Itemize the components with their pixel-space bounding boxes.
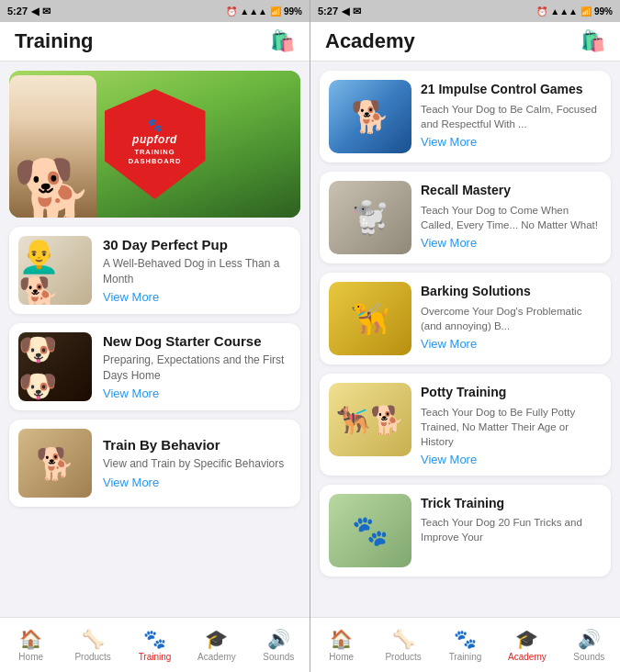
bottom-nav-right: 🏠 Home 🦴 Products 🐾 Training 🎓 Academy 🔊…: [310, 617, 620, 672]
nav-academy-left[interactable]: 🎓 Academy: [186, 624, 247, 666]
course-desc-behavior: View and Train by Specific Behaviors: [103, 456, 291, 472]
training-header: Training 🛍️: [0, 22, 310, 62]
nav-products-left[interactable]: 🦴 Products: [62, 624, 123, 666]
academy-thumb-trick: 🐾: [329, 494, 411, 567]
signal-icon: ▲▲▲: [240, 6, 267, 17]
view-more-30day[interactable]: View More: [103, 290, 291, 304]
view-more-behavior[interactable]: View More: [103, 476, 291, 489]
training-icon-right: 🐾: [454, 628, 477, 650]
academy-title-recall: Recall Mastery: [421, 183, 602, 199]
shield-line1: TRAININGDASHBOARD: [129, 148, 182, 167]
sounds-icon-right: 🔊: [578, 628, 601, 650]
training-icon-left: 🐾: [143, 628, 166, 650]
course-title-behavior: Train By Behavior: [103, 437, 291, 454]
signal-icon-right: ▲▲▲: [550, 6, 578, 17]
shield-paw-icon: 🐾: [147, 118, 163, 132]
academy-card-potty[interactable]: 🐕‍🦺🐕 Potty Training Teach Your Dog to Be…: [320, 374, 611, 476]
academy-title-impulse: 21 Impulse Control Games: [421, 82, 602, 98]
academy-icon-right: 🎓: [515, 628, 538, 650]
course-desc-newdog: Preparing, Expectations and the First Da…: [103, 353, 291, 384]
nav-sounds-right[interactable]: 🔊 Sounds: [558, 624, 620, 666]
status-bar-right: 5:27 ◀ ✉ ⏰ ▲▲▲ 📶 99%: [310, 0, 620, 22]
course-thumb-30day: 👨‍🦲🐕: [18, 236, 92, 305]
bag-icon-right[interactable]: 🛍️: [581, 29, 605, 53]
academy-title-potty: Potty Training: [421, 385, 602, 401]
nav-academy-right[interactable]: 🎓 Academy: [496, 624, 558, 666]
course-desc-30day: A Well-Behaved Dog in Less Than a Month: [103, 256, 291, 287]
academy-card-recall[interactable]: 🐩 Recall Mastery Teach Your Dog to Come …: [320, 172, 611, 263]
academy-info-barking: Barking Solutions Overcome Your Dog's Pr…: [421, 282, 602, 351]
products-icon-left: 🦴: [82, 628, 105, 650]
course-card-behavior[interactable]: 🐕 Train By Behavior View and Train by Sp…: [9, 420, 300, 507]
academy-icon-left: 🎓: [205, 628, 228, 650]
academy-thumb-recall: 🐩: [329, 181, 411, 254]
course-thumb-behavior: 🐕: [18, 429, 92, 498]
course-info-behavior: Train By Behavior View and Train by Spec…: [103, 437, 291, 489]
view-more-recall[interactable]: View More: [421, 236, 602, 250]
training-title: Training: [15, 29, 94, 53]
alarm-icon: ⏰: [226, 6, 237, 17]
products-label-right: Products: [385, 652, 421, 662]
products-icon-right: 🦴: [392, 628, 415, 650]
academy-screen: 5:27 ◀ ✉ ⏰ ▲▲▲ 📶 99% Academy 🛍️ 🐕 21 Imp…: [310, 0, 620, 672]
battery-left: 99%: [284, 6, 302, 17]
training-label-right: Training: [449, 652, 482, 662]
academy-desc-barking: Overcome Your Dog's Problematic (and ann…: [421, 304, 602, 333]
location-icon-right: ◀: [342, 6, 349, 17]
course-info-30day: 30 Day Perfect Pup A Well-Behaved Dog in…: [103, 237, 291, 305]
academy-info-impulse: 21 Impulse Control Games Teach Your Dog …: [421, 80, 602, 149]
bottom-nav-left: 🏠 Home 🦴 Products 🐾 Training 🎓 Academy 🔊…: [0, 617, 310, 672]
academy-card-trick[interactable]: 🐾 Trick Training Teach Your Dog 20 Fun T…: [320, 485, 611, 577]
training-label-left: Training: [139, 652, 172, 662]
academy-card-impulse[interactable]: 🐕 21 Impulse Control Games Teach Your Do…: [320, 71, 611, 162]
home-icon-right: 🏠: [330, 628, 353, 650]
academy-title-trick: Trick Training: [421, 496, 602, 512]
course-title-30day: 30 Day Perfect Pup: [103, 237, 291, 253]
home-icon-left: 🏠: [19, 628, 42, 650]
academy-card-barking[interactable]: 🦮 Barking Solutions Overcome Your Dog's …: [320, 273, 611, 364]
status-right-left: ⏰ ▲▲▲ 📶 99%: [226, 6, 302, 17]
location-icon: ◀: [31, 6, 39, 17]
nav-sounds-left[interactable]: 🔊 Sounds: [248, 624, 310, 666]
academy-info-recall: Recall Mastery Teach Your Dog to Come Wh…: [421, 181, 602, 250]
home-label-right: Home: [329, 652, 354, 662]
course-title-newdog: New Dog Starter Course: [103, 333, 291, 350]
course-card-newdog[interactable]: 🐶🐶 New Dog Starter Course Preparing, Exp…: [9, 323, 300, 410]
academy-thumb-impulse: 🐕: [329, 80, 411, 153]
nav-home-right[interactable]: 🏠 Home: [310, 624, 372, 666]
course-info-newdog: New Dog Starter Course Preparing, Expect…: [103, 333, 291, 401]
academy-desc-impulse: Teach Your Dog to Be Calm, Focused and R…: [421, 102, 602, 131]
battery-right: 99%: [594, 6, 613, 17]
training-screen: 5:27 ◀ ✉ ⏰ ▲▲▲ 📶 99% Training 🛍️ 🐕: [0, 0, 310, 672]
wifi-icon: 📶: [270, 6, 281, 17]
academy-thumb-barking: 🦮: [329, 282, 411, 355]
academy-label-left: Academy: [197, 652, 236, 662]
academy-label-right: Academy: [508, 652, 547, 662]
view-more-newdog[interactable]: View More: [103, 386, 291, 400]
course-card-30day[interactable]: 👨‍🦲🐕 30 Day Perfect Pup A Well-Behaved D…: [9, 227, 300, 314]
sounds-label-left: Sounds: [263, 652, 294, 662]
hero-banner[interactable]: 🐕 🐾 pupford TRAININGDASHBOARD: [9, 71, 300, 218]
hero-dog: 🐕: [9, 75, 96, 218]
academy-info-potty: Potty Training Teach Your Dog to Be Full…: [421, 383, 602, 466]
message-icon: ✉: [42, 6, 51, 17]
time-left: 5:27: [7, 6, 28, 17]
pupford-shield: 🐾 pupford TRAININGDASHBOARD: [105, 89, 206, 199]
academy-thumb-potty: 🐕‍🦺🐕: [329, 383, 411, 456]
products-label-left: Products: [74, 652, 110, 662]
academy-desc-potty: Teach Your Dog to Be Fully Potty Trained…: [421, 405, 602, 449]
status-bar-left: 5:27 ◀ ✉ ⏰ ▲▲▲ 📶 99%: [0, 0, 310, 22]
shield-brand: pupford: [132, 133, 177, 146]
view-more-impulse[interactable]: View More: [421, 135, 602, 149]
nav-training-right[interactable]: 🐾 Training: [434, 624, 496, 666]
nav-products-right[interactable]: 🦴 Products: [372, 624, 434, 666]
view-more-potty[interactable]: View More: [421, 453, 602, 466]
nav-training-left[interactable]: 🐾 Training: [124, 624, 186, 666]
academy-title: Academy: [325, 29, 415, 53]
nav-home-left[interactable]: 🏠 Home: [0, 624, 62, 666]
view-more-barking[interactable]: View More: [421, 337, 602, 351]
status-left-right: 5:27 ◀ ✉: [318, 6, 361, 17]
status-right-right: ⏰ ▲▲▲ 📶 99%: [536, 6, 613, 17]
training-content: 🐕 🐾 pupford TRAININGDASHBOARD 👨‍🦲🐕: [0, 62, 310, 617]
bag-icon-left[interactable]: 🛍️: [270, 29, 295, 53]
